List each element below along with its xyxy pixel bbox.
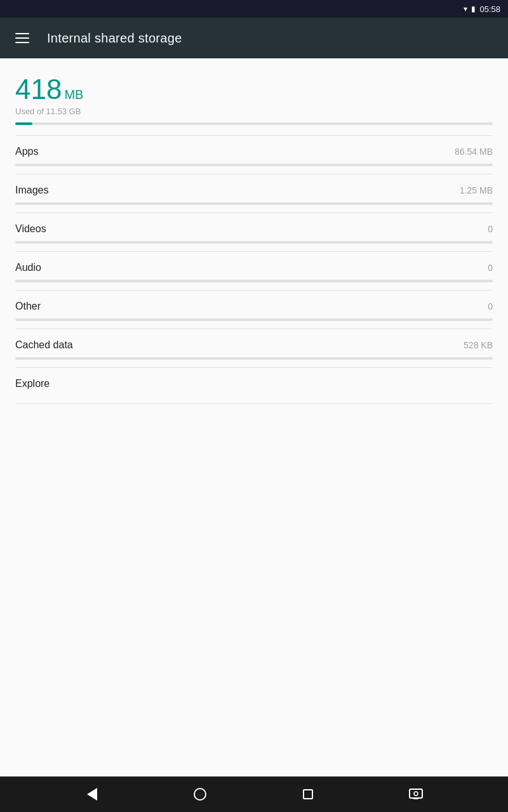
apps-label: Apps xyxy=(15,146,38,157)
recents-button[interactable] xyxy=(293,779,323,809)
storage-summary: 418 MB Used of 11.53 GB xyxy=(0,58,508,135)
audio-label: Audio xyxy=(15,262,41,273)
status-bar: ▾ ▮ 05:58 xyxy=(0,0,508,18)
svg-point-1 xyxy=(414,792,418,796)
cached-label: Cached data xyxy=(15,339,73,351)
other-value: 0 xyxy=(488,301,493,311)
videos-value: 0 xyxy=(488,224,493,234)
app-bar: Internal shared storage xyxy=(0,18,508,58)
cached-header: Cached data 528 KB xyxy=(15,339,493,351)
storage-item-explore[interactable]: Explore xyxy=(0,368,508,403)
storage-amount: 418 MB xyxy=(15,74,493,105)
back-button[interactable] xyxy=(77,779,107,809)
storage-item-other[interactable]: Other 0 xyxy=(0,291,508,329)
images-bar xyxy=(15,202,493,205)
hamburger-line-1 xyxy=(15,33,29,34)
svg-rect-2 xyxy=(413,798,418,799)
hamburger-menu-button[interactable] xyxy=(10,28,34,48)
images-label: Images xyxy=(15,185,48,196)
videos-header: Videos 0 xyxy=(15,223,493,235)
apps-value: 86.54 MB xyxy=(455,147,493,157)
hamburger-line-3 xyxy=(15,42,29,43)
apps-bar xyxy=(15,164,493,166)
app-bar-title: Internal shared storage xyxy=(47,31,182,46)
storage-item-apps[interactable]: Apps 86.54 MB xyxy=(0,136,508,174)
videos-bar xyxy=(15,241,493,244)
status-time: 05:58 xyxy=(479,4,500,14)
apps-header: Apps 86.54 MB xyxy=(15,146,493,157)
other-header: Other 0 xyxy=(15,301,493,312)
storage-progress-bar xyxy=(15,122,493,125)
battery-icon: ▮ xyxy=(471,4,476,13)
storage-item-cached[interactable]: Cached data 528 KB xyxy=(0,329,508,367)
images-header: Images 1.25 MB xyxy=(15,185,493,196)
explore-label: Explore xyxy=(15,378,50,390)
screenshot-button[interactable] xyxy=(401,779,431,809)
storage-item-images[interactable]: Images 1.25 MB xyxy=(0,174,508,213)
screenshot-icon xyxy=(409,789,423,800)
images-value: 1.25 MB xyxy=(460,185,493,195)
cached-value: 528 KB xyxy=(464,340,493,350)
explore-header: Explore xyxy=(15,378,493,390)
videos-label: Videos xyxy=(15,223,46,235)
other-label: Other xyxy=(15,301,41,312)
storage-item-videos[interactable]: Videos 0 xyxy=(0,213,508,251)
storage-unit: MB xyxy=(64,88,83,102)
wifi-icon: ▾ xyxy=(464,4,467,13)
recents-icon xyxy=(303,789,313,799)
home-button[interactable] xyxy=(185,779,215,809)
hamburger-line-2 xyxy=(15,37,29,39)
audio-header: Audio 0 xyxy=(15,262,493,273)
audio-bar xyxy=(15,280,493,282)
storage-progress-fill xyxy=(15,122,32,125)
main-content: 418 MB Used of 11.53 GB Apps 86.54 MB Im… xyxy=(0,58,508,776)
status-icons: ▾ ▮ 05:58 xyxy=(464,4,500,14)
cached-bar xyxy=(15,357,493,360)
svg-rect-0 xyxy=(410,789,422,798)
other-bar xyxy=(15,318,493,321)
cached-bar-fill xyxy=(15,357,20,360)
audio-value: 0 xyxy=(488,263,493,273)
bottom-nav xyxy=(0,776,508,812)
divider-7 xyxy=(15,403,493,404)
apps-bar-fill xyxy=(15,164,182,166)
images-bar-fill xyxy=(15,202,25,205)
back-icon xyxy=(87,788,97,801)
storage-item-audio[interactable]: Audio 0 xyxy=(0,252,508,290)
storage-number: 418 xyxy=(15,74,62,105)
home-icon xyxy=(194,788,206,801)
storage-subtitle: Used of 11.53 GB xyxy=(15,107,493,116)
